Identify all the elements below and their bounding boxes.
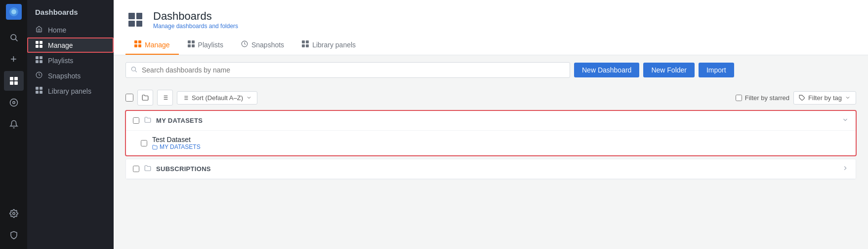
filter-starred[interactable]: Filter by starred	[736, 94, 789, 102]
shield-icon-btn[interactable]	[4, 225, 24, 245]
svg-line-3	[15, 39, 17, 41]
svg-rect-20	[36, 87, 39, 90]
dashboard-test-dataset[interactable]: Test Dataset MY DATASETS	[126, 131, 856, 155]
new-folder-button[interactable]: New Folder	[643, 63, 695, 77]
svg-rect-5	[14, 77, 18, 80]
sort-label: Sort (Default A–Z)	[192, 94, 243, 102]
explore-icon-btn[interactable]	[4, 93, 24, 112]
svg-rect-22	[36, 91, 39, 94]
sidebar-item-home-label: Home	[48, 26, 66, 34]
svg-rect-33	[302, 40, 305, 43]
snapshots-icon	[35, 71, 43, 80]
svg-rect-21	[40, 87, 42, 90]
svg-point-8	[10, 99, 17, 107]
tab-snapshots[interactable]: Snapshots	[232, 36, 293, 55]
svg-rect-4	[10, 77, 13, 80]
svg-rect-17	[36, 60, 39, 63]
page-header: Dashboards Manage dashboards and folders…	[114, 0, 868, 55]
folder-view-btn[interactable]	[137, 90, 153, 106]
svg-point-1	[11, 9, 16, 14]
dashboard-test-dataset-folder: MY DATASETS	[152, 143, 201, 150]
tab-snapshots-label: Snapshots	[251, 41, 284, 49]
folder-my-datasets-row[interactable]: MY DATASETS	[126, 111, 856, 131]
page-title: Dashboards	[153, 10, 238, 23]
list-toolbar: Sort (Default A–Z) Filter by starred Fil…	[125, 85, 856, 110]
tab-playlists-icon	[188, 40, 195, 49]
config-icon-btn[interactable]	[4, 204, 24, 223]
icon-cell-4	[136, 21, 143, 27]
home-icon	[35, 26, 43, 34]
tabs-row: Manage Playlists Snapshots Library panel…	[125, 36, 856, 55]
tab-manage-icon	[134, 40, 141, 49]
svg-point-9	[12, 102, 15, 104]
folder-subscriptions-icon	[144, 165, 151, 173]
sort-select[interactable]: Sort (Default A–Z)	[177, 91, 257, 105]
tab-snapshots-icon	[241, 40, 248, 49]
folder-my-datasets-checkbox[interactable]	[133, 117, 139, 124]
folder-icon	[144, 116, 151, 125]
svg-rect-36	[306, 44, 309, 47]
sidebar-item-library-panels[interactable]: Library panels	[27, 83, 114, 99]
svg-point-2	[11, 35, 16, 40]
dashboard-test-dataset-checkbox[interactable]	[141, 140, 147, 146]
tab-playlists[interactable]: Playlists	[179, 36, 232, 55]
list-area: Sort (Default A–Z) Filter by starred Fil…	[114, 85, 868, 249]
main-content: Dashboards Manage dashboards and folders…	[114, 0, 868, 249]
svg-rect-6	[10, 81, 13, 85]
list-view-btn[interactable]	[157, 90, 173, 106]
svg-rect-25	[138, 40, 141, 43]
import-button[interactable]: Import	[699, 63, 734, 77]
svg-point-10	[12, 213, 15, 215]
filter-tag-select[interactable]: Filter by tag	[793, 91, 856, 105]
icon-cell-3	[128, 21, 135, 27]
search-wrap	[125, 62, 570, 78]
filter-starred-checkbox[interactable]	[736, 95, 742, 101]
sidebar-expanded: Dashboards Home Manage Playlists Snapsho…	[27, 0, 114, 249]
svg-rect-14	[40, 45, 42, 48]
tab-library-panels[interactable]: Library panels	[293, 36, 365, 55]
select-all-checkbox[interactable]	[125, 94, 133, 102]
folder-subscriptions-checkbox[interactable]	[133, 166, 139, 172]
sidebar-item-home[interactable]: Home	[27, 22, 114, 37]
page-subtitle: Manage dashboards and folders	[153, 23, 238, 30]
search-icon-btn[interactable]	[4, 28, 24, 47]
alerting-icon-btn[interactable]	[4, 114, 24, 134]
icon-cell-2	[136, 13, 143, 19]
filter-tag-label: Filter by tag	[808, 94, 842, 102]
page-title-row: Dashboards Manage dashboards and folders	[125, 10, 856, 30]
svg-rect-16	[40, 56, 42, 59]
sidebar-item-manage-label: Manage	[48, 41, 73, 49]
manage-icon	[35, 41, 43, 49]
svg-rect-29	[192, 40, 195, 43]
page-icon	[125, 10, 145, 30]
sidebar-item-playlists[interactable]: Playlists	[27, 53, 114, 68]
add-icon-btn[interactable]: +	[4, 49, 24, 69]
sidebar-item-manage[interactable]: Manage	[27, 37, 114, 53]
sidebar-item-snapshots[interactable]: Snapshots	[27, 68, 114, 83]
dashboard-test-dataset-name: Test Dataset	[152, 136, 201, 143]
svg-rect-15	[36, 56, 39, 59]
svg-rect-27	[138, 44, 141, 47]
svg-rect-24	[134, 40, 137, 43]
folder-subscriptions-title: SUBSCRIPTIONS	[156, 165, 211, 173]
svg-rect-7	[14, 81, 18, 85]
tab-library-panels-icon	[302, 40, 309, 49]
folder-my-datasets-title: MY DATASETS	[156, 117, 203, 124]
app-logo[interactable]	[6, 4, 22, 20]
search-input[interactable]	[125, 62, 570, 78]
sidebar-narrow: +	[0, 0, 27, 249]
new-dashboard-button[interactable]: New Dashboard	[574, 63, 639, 77]
svg-rect-30	[188, 44, 191, 47]
svg-rect-31	[192, 44, 195, 47]
folder-my-datasets-chevron	[842, 116, 849, 125]
tab-library-panels-label: Library panels	[312, 41, 356, 49]
sidebar-title: Dashboards	[27, 6, 114, 22]
tab-manage-label: Manage	[145, 41, 170, 49]
folder-subscriptions-row[interactable]: SUBSCRIPTIONS	[126, 159, 856, 179]
dashboards-icon-btn[interactable]	[4, 71, 24, 91]
svg-point-37	[131, 67, 135, 71]
dashboard-test-dataset-info: Test Dataset MY DATASETS	[152, 136, 201, 150]
playlists-icon	[35, 56, 43, 65]
tab-manage[interactable]: Manage	[125, 36, 179, 55]
svg-rect-23	[40, 91, 42, 94]
